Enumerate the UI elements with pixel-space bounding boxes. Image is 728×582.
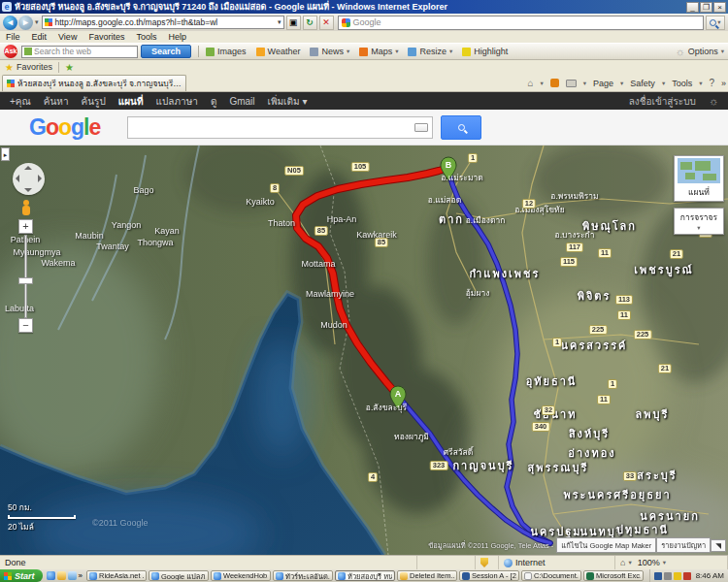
google-nav-item[interactable]: แผนที่ [118, 94, 144, 109]
close-button[interactable]: × [713, 2, 726, 13]
ask-options-label: Options [688, 47, 718, 56]
tab-row: ห้วยสองบุรี หนองลู อ.สังขละบุรี จ.กาญจนบ… [0, 74, 728, 92]
favorites-label[interactable]: Favorites [17, 62, 52, 72]
quick-launch-overflow-icon[interactable]: » [79, 571, 83, 580]
ask-item-resize[interactable]: Resize▾ [408, 47, 452, 56]
zoom-slider-track[interactable] [24, 235, 27, 318]
minimize-button[interactable]: _ [686, 2, 699, 13]
favorites-star-icon: ★ [5, 62, 14, 73]
ask-options-button[interactable]: ☼ Options ▾ [676, 46, 724, 57]
help-icon[interactable]: ? [709, 78, 714, 88]
add-favorite-icon[interactable]: ★ [65, 62, 74, 73]
taskbar-button[interactable]: Microsoft Exc... [583, 570, 644, 581]
traffic-button[interactable]: การจราจร ▾ [674, 208, 724, 235]
ask-search-input[interactable]: Search the web [21, 46, 138, 58]
tray-app-icon[interactable] [654, 572, 662, 580]
active-tab[interactable]: ห้วยสองบุรี หนองลู อ.สังขละบุรี จ.กาญจนบ… [2, 75, 186, 91]
menu-item-favorites[interactable]: Favorites [88, 32, 124, 42]
pan-left-icon[interactable] [16, 175, 19, 182]
tray-messenger-icon[interactable] [674, 572, 681, 580]
taskbar-button[interactable]: RideAsia.net ... [86, 570, 147, 581]
pegman-streetview[interactable] [20, 200, 32, 216]
search-go-button[interactable]: ▾ [706, 16, 725, 30]
map-label-city: Mottama [301, 259, 335, 269]
quick-launch-ie-icon[interactable] [47, 571, 55, 580]
pan-down-icon[interactable] [24, 188, 32, 192]
collapse-panel-button[interactable]: ▸ [1, 147, 10, 161]
stop-button[interactable]: ✕ [319, 16, 334, 30]
menu-item-edit[interactable]: Edit [32, 32, 48, 42]
menu-item-view[interactable]: View [58, 32, 77, 42]
tools-menu[interactable]: Tools [672, 79, 692, 88]
home-icon[interactable]: ⌂ [527, 78, 533, 88]
road-shield: 21 [670, 249, 683, 259]
quick-launch-mail-icon[interactable] [57, 571, 66, 580]
pan-up-icon[interactable] [24, 166, 32, 170]
expand-attribution-icon[interactable]: ◥ [711, 539, 726, 552]
settings-gear-icon[interactable]: ☼ [709, 95, 718, 107]
start-button[interactable]: Start [0, 569, 43, 582]
taskbar-button[interactable]: Deleted Item... [397, 570, 457, 581]
tray-volume-icon[interactable] [664, 572, 672, 580]
maps-search-button[interactable] [441, 115, 481, 140]
safety-menu[interactable]: Safety [630, 79, 655, 88]
google-nav-item[interactable]: เพิ่มเติม ▾ [268, 94, 308, 109]
ask-item-images[interactable]: Images [206, 47, 247, 56]
ask-item-maps[interactable]: Maps▾ [359, 47, 398, 56]
map-maker-edit-button[interactable]: แก้ไขใน Google Map Maker [556, 537, 656, 553]
pan-right-icon[interactable] [38, 175, 42, 182]
taskbar-button[interactable]: C:\Document... [521, 570, 581, 581]
print-icon[interactable] [566, 80, 577, 87]
taskbar-button[interactable]: ห้วยสองบุรี หน... [335, 570, 395, 581]
attribution-text: ข้อมูลแผนที่ ©2011 Google, Tele Atlas - [428, 539, 553, 551]
search-box[interactable]: Google [338, 16, 704, 30]
taskbar-button[interactable]: ทัวร์ทะเลอันด... [273, 570, 333, 581]
zoom-pane[interactable]: ⌂ ▾ 100% ▾ [615, 556, 728, 569]
title-bar: e ห้วยสองบุรี หนองลู อ.สังขละบุรี จ.กาญจ… [0, 0, 728, 14]
keyboard-icon[interactable] [414, 123, 428, 132]
menu-item-tools[interactable]: Tools [136, 32, 156, 42]
feeds-icon[interactable] [550, 79, 559, 87]
maximize-button[interactable]: ❐ [700, 2, 712, 13]
maps-search-input[interactable] [127, 116, 433, 139]
search-dropdown-icon[interactable]: ▾ [717, 18, 720, 26]
taskbar-button[interactable]: Google แปลภ... [149, 570, 209, 581]
pan-control[interactable] [13, 163, 45, 195]
refresh-button[interactable]: ↻ [303, 16, 317, 30]
ask-search-button[interactable]: Search [141, 45, 191, 58]
taskbar-button[interactable]: WeekendHob... [211, 570, 271, 581]
sign-in-link[interactable]: ลงชื่อเข้าสู่ระบบ [629, 94, 696, 109]
google-nav-item[interactable]: แปลภาษา [156, 94, 198, 109]
compatibility-view-button[interactable]: ▣ [286, 16, 301, 30]
google-nav-item[interactable]: +คุณ [10, 94, 31, 109]
zoom-in-button[interactable]: + [18, 219, 33, 234]
zoom-slider-handle[interactable] [18, 277, 33, 284]
menu-item-file[interactable]: File [6, 32, 20, 42]
scale-line [8, 515, 76, 519]
chevron-overflow-icon[interactable]: » [721, 79, 726, 88]
menu-item-help[interactable]: Help [168, 32, 186, 42]
tray-antivirus-icon[interactable] [683, 572, 691, 580]
google-nav-item[interactable]: ค้นรูป [82, 94, 106, 109]
ask-item-weather[interactable]: Weather [256, 47, 301, 56]
google-nav-item[interactable]: ดู [211, 94, 217, 109]
ask-item-news[interactable]: News▾ [310, 47, 349, 56]
map-thumbnail [678, 158, 720, 183]
history-dropdown-icon[interactable]: ▾ [35, 18, 39, 26]
quick-launch-messenger-icon[interactable] [68, 571, 77, 580]
map-type-button[interactable]: แผนที่ [674, 155, 724, 202]
page-menu[interactable]: Page [593, 79, 613, 88]
zoom-out-button[interactable]: − [18, 318, 33, 333]
ask-logo[interactable]: Ask [4, 45, 17, 58]
report-problem-button[interactable]: รายงานปัญหา [656, 537, 711, 553]
url-dropdown-icon[interactable]: ▾ [278, 18, 281, 26]
back-button[interactable]: ◄ [3, 16, 17, 30]
google-nav-item[interactable]: Gmail [229, 96, 254, 107]
forward-button[interactable]: ► [18, 16, 33, 30]
map-canvas[interactable]: BA ตากพิษณุโลกเพชรบูรณ์พิจิตรกำแพงเพชรนค… [0, 146, 728, 555]
scale-miles: 20 ไมล์ [8, 520, 76, 534]
google-nav-item[interactable]: ค้นหา [44, 94, 69, 109]
taskbar-button[interactable]: Session A - [2... [459, 570, 519, 581]
url-field[interactable]: http://maps.google.co.th/maps?hl=th&tab=… [42, 16, 284, 29]
ask-item-highlight[interactable]: Highlight [462, 47, 508, 56]
